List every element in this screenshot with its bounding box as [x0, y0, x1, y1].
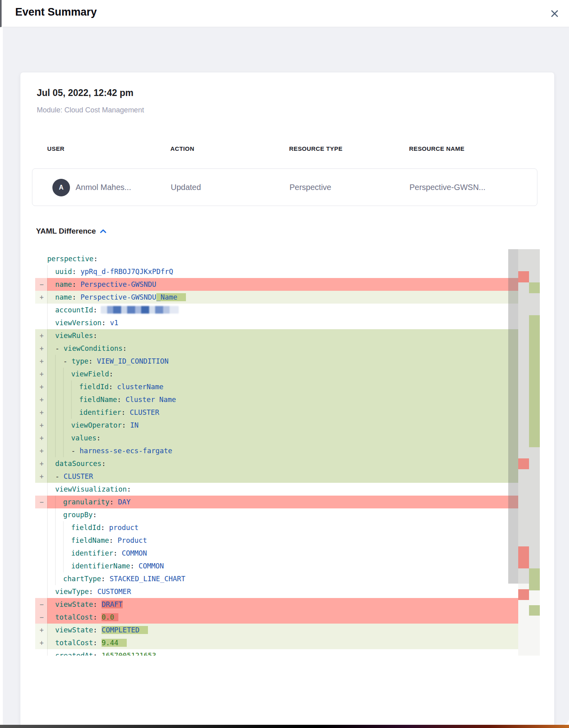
page-bottom-edge — [0, 725, 569, 728]
indent-guide — [47, 496, 55, 508]
yaml-difference-label: YAML Difference — [36, 227, 96, 236]
diff-line: +viewState: COMPLETED — [35, 624, 518, 636]
drawer-header: Event Summary — [0, 0, 569, 27]
column-header-user: USER — [47, 145, 64, 152]
diff-line: −totalCost: 0.0 — [35, 611, 518, 624]
added-line-marker: + — [35, 380, 47, 393]
added-line-marker: + — [35, 368, 47, 380]
indent-guide — [63, 393, 71, 406]
indent-guide — [63, 368, 71, 380]
line-gutter — [35, 534, 47, 547]
indent-guide — [47, 598, 55, 611]
diff-line-text: viewField: — [71, 368, 113, 380]
diff-line-text: - type: VIEW_ID_CONDITION — [63, 355, 168, 368]
diff-line-text: name: Perspective-GWSNDU_Name — [55, 291, 186, 304]
line-gutter — [35, 304, 47, 316]
event-module: Module: Cloud Cost Management — [37, 106, 144, 114]
diff-line: +fieldId: clusterName — [35, 380, 518, 393]
diff-line-text: totalCost: 0.0 — [55, 611, 118, 624]
indent-guide — [47, 457, 55, 470]
diff-line: +- harness-se-ecs-fargate — [35, 444, 518, 457]
indent-guide — [55, 432, 63, 444]
row-action: Updated — [171, 183, 201, 192]
diff-line: groupBy: — [35, 508, 518, 521]
indent-guide — [47, 636, 55, 649]
diff-line-text: - CLUSTER — [55, 470, 93, 483]
indent-guide — [47, 572, 55, 585]
diff-line: +- CLUSTER — [35, 470, 518, 483]
diff-scrollbar-thumb[interactable] — [508, 249, 518, 584]
diff-line: +identifier: CLUSTER — [35, 406, 518, 419]
ruler-removed-marker — [518, 271, 529, 282]
indent-guide — [63, 534, 71, 547]
added-line-marker: + — [35, 457, 47, 470]
indent-guide — [55, 406, 63, 419]
diff-line-text: createdAt: 1657005121653 — [55, 649, 156, 656]
diff-line-text: granularity: DAY — [63, 496, 131, 508]
removed-line-marker: − — [35, 496, 47, 508]
indent-guide — [63, 560, 71, 572]
diff-line-text: fieldId: clusterName — [79, 380, 164, 393]
indent-guide — [55, 419, 63, 432]
diff-line-text: identifier: COMMON — [71, 547, 147, 560]
ruler-added-marker — [529, 605, 540, 616]
indent-guide — [63, 547, 71, 560]
indent-guide — [55, 444, 63, 457]
indent-guide — [47, 624, 55, 636]
diff-line: createdAt: 1657005121653 — [35, 649, 518, 656]
indent-guide — [47, 304, 55, 316]
diff-line-text: viewState: COMPLETED — [55, 624, 148, 636]
diff-line-text: values: — [71, 432, 101, 444]
line-gutter — [35, 649, 47, 656]
diff-line: chartType: STACKED_LINE_CHART — [35, 572, 518, 585]
diff-overview-ruler[interactable] — [518, 249, 540, 656]
indent-guide — [47, 534, 55, 547]
diff-line: −name: Perspective-GWSNDU — [35, 278, 518, 291]
diff-line-text: viewVersion: v1 — [55, 316, 118, 329]
indent-guide — [47, 560, 55, 572]
added-line-marker: + — [35, 624, 47, 636]
indent-guide — [55, 368, 63, 380]
row-resource-type: Perspective — [289, 183, 331, 192]
indent-guide — [71, 393, 79, 406]
indent-guide — [71, 380, 79, 393]
indent-guide — [47, 649, 55, 656]
indent-guide — [47, 483, 55, 496]
diff-line: accountId: — [35, 304, 518, 316]
indent-guide — [47, 521, 55, 534]
close-icon[interactable] — [550, 9, 559, 18]
column-header-resource-type: RESOURCE TYPE — [289, 145, 343, 152]
indent-guide — [63, 380, 71, 393]
diff-line: identifier: COMMON — [35, 547, 518, 560]
ruler-added-marker — [529, 315, 540, 447]
indent-guide — [63, 432, 71, 444]
diff-line: viewVisualization: — [35, 483, 518, 496]
diff-line-text: totalCost: 9.44 — [55, 636, 127, 649]
indent-guide — [55, 496, 63, 508]
diff-line-text: viewRules: — [55, 329, 97, 342]
diff-line-text: perspective: — [47, 252, 98, 265]
indent-guide — [47, 380, 55, 393]
indent-guide — [47, 265, 55, 278]
indent-guide — [63, 444, 71, 457]
drawer-body: Jul 05, 2022, 12:42 pm Module: Cloud Cos… — [0, 27, 569, 725]
diff-line-text: - harness-se-ecs-fargate — [71, 444, 172, 457]
diff-line-text: viewState: DRAFT — [55, 598, 123, 611]
diff-line: fieldName: Product — [35, 534, 518, 547]
line-gutter — [35, 316, 47, 329]
diff-line: +viewField: — [35, 368, 518, 380]
avatar: A — [52, 179, 70, 196]
page-title: Event Summary — [15, 6, 97, 18]
yaml-difference-toggle[interactable]: YAML Difference — [36, 227, 106, 236]
indent-guide — [47, 432, 55, 444]
column-header-resource-name: RESOURCE NAME — [409, 145, 465, 152]
diff-line: +- type: VIEW_ID_CONDITION — [35, 355, 518, 368]
line-gutter — [35, 265, 47, 278]
diff-line-text: fieldId: product — [71, 521, 139, 534]
indent-guide — [47, 329, 55, 342]
added-line-marker: + — [35, 329, 47, 342]
diff-line-text: viewType: CUSTOMER — [55, 585, 131, 598]
indent-guide — [55, 572, 63, 585]
diff-line-text: - viewConditions: — [55, 342, 127, 355]
yaml-diff-viewer: perspective:uuid: ypRq_d-fRBOJ7QJKxPDfrQ… — [35, 249, 540, 656]
